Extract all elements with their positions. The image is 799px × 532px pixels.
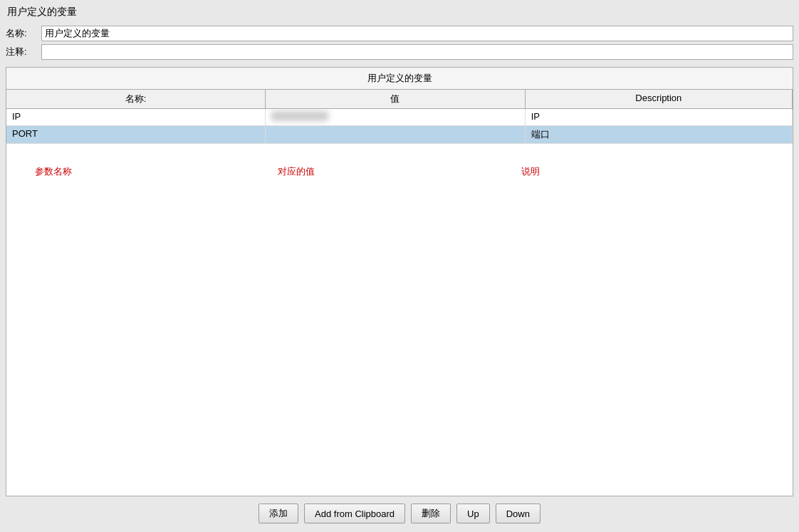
header-description: Description (526, 90, 793, 108)
name-input[interactable] (41, 26, 793, 41)
cell-name-0: IP (6, 109, 266, 125)
down-button[interactable]: Down (496, 504, 540, 523)
panel-title: 用户定义的变量 (6, 68, 793, 90)
add-clipboard-button[interactable]: Add from Clipboard (304, 504, 405, 523)
main-panel: 用户定义的变量 名称: 值 Description IP IP PORT 端口 … (6, 67, 793, 496)
comment-input[interactable] (41, 44, 793, 60)
table-row[interactable]: IP IP (6, 109, 793, 126)
cell-desc-0: IP (526, 109, 793, 125)
table-row[interactable]: PORT 端口 (6, 126, 793, 144)
comment-row: 注释: (6, 44, 793, 60)
form-section: 名称: 注释: (0, 24, 799, 67)
cell-value-0 (266, 109, 525, 125)
hint-col1: 参数名称 (35, 158, 278, 178)
cell-value-1 (266, 126, 525, 143)
delete-button[interactable]: 删除 (411, 504, 451, 523)
name-row: 名称: (6, 26, 793, 41)
hint-col2: 对应的值 (278, 158, 521, 178)
add-button[interactable]: 添加 (258, 504, 298, 523)
hint-area: 参数名称 对应的值 说明 (6, 144, 793, 496)
comment-label: 注释: (6, 46, 41, 58)
bottom-bar: 添加 Add from Clipboard 删除 Up Down (0, 496, 799, 532)
up-button[interactable]: Up (456, 504, 490, 523)
page-wrapper: 用户定义的变量 名称: 注释: 用户定义的变量 名称: 值 Descriptio… (0, 0, 799, 532)
table-header: 名称: 值 Description (6, 90, 793, 109)
cell-desc-1: 端口 (526, 126, 793, 143)
name-label: 名称: (6, 27, 41, 40)
header-name: 名称: (6, 90, 266, 108)
page-title: 用户定义的变量 (0, 0, 799, 24)
header-value: 值 (266, 90, 525, 108)
hint-col3: 说明 (521, 158, 764, 178)
cell-name-1: PORT (6, 126, 266, 143)
